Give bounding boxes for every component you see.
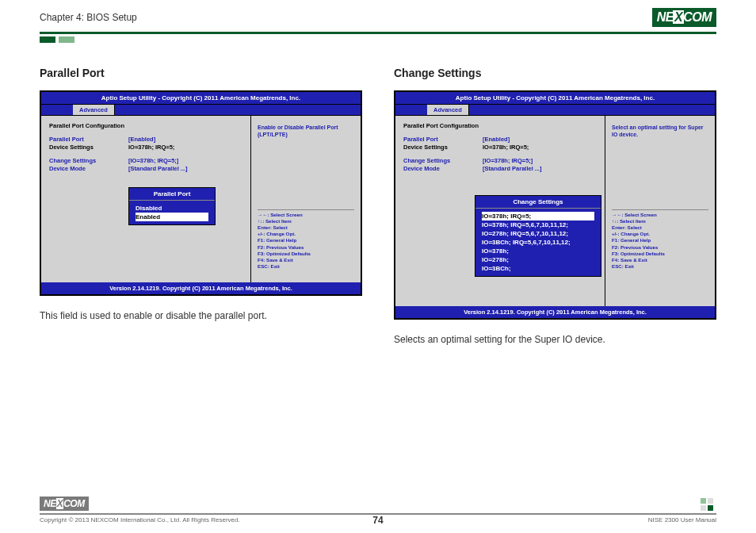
nav-hint: →←: Select Screen bbox=[258, 212, 354, 218]
bios-body: Parallel Port Configuration Parallel Por… bbox=[41, 115, 361, 282]
setting-label: Parallel Port bbox=[403, 136, 483, 143]
tab-advanced[interactable]: Advanced bbox=[427, 105, 469, 115]
left-column: Parallel Port Aptio Setup Utility - Copy… bbox=[40, 67, 362, 345]
setting-label: Device Mode bbox=[49, 165, 128, 172]
popup-option[interactable]: Disabled bbox=[136, 204, 208, 213]
rows-group-1: Parallel Port[Enabled]Device SettingsIO=… bbox=[403, 136, 597, 151]
help-text: Select an optimal setting for Super IO d… bbox=[612, 124, 708, 138]
nav-hint: +/-: Change Opt. bbox=[258, 231, 354, 237]
page-header: Chapter 4: BIOS Setup NEXCOM bbox=[0, 0, 756, 32]
setting-row[interactable]: Change Settings[IO=378h; IRQ=5;] bbox=[403, 157, 597, 164]
popup-option[interactable]: IO=3BCh; IRQ=5,6,7,10,11,12; bbox=[482, 238, 594, 247]
section-title-left: Parallel Port bbox=[40, 67, 362, 79]
bios-titlebar: Aptio Setup Utility - Copyright (C) 2011… bbox=[41, 92, 361, 104]
nav-hint: ESC: Exit bbox=[258, 263, 354, 270]
popup-option[interactable]: IO=378h; bbox=[482, 247, 594, 255]
nav-hint: ESC: Exit bbox=[612, 263, 708, 270]
bios-window-left: Aptio Setup Utility - Copyright (C) 2011… bbox=[40, 90, 362, 296]
setting-value: [Standard Parallel ...] bbox=[128, 165, 188, 172]
setting-row[interactable]: Parallel Port[Enabled] bbox=[403, 136, 597, 143]
rows-group-1: Parallel Port[Enabled]Device SettingsIO=… bbox=[49, 136, 242, 151]
setting-value: [Enabled] bbox=[128, 136, 155, 143]
setting-value: [Standard Parallel ...] bbox=[483, 165, 542, 172]
nexcom-logo: NEXCOM bbox=[652, 8, 716, 27]
nav-hint: +/-: Change Opt. bbox=[612, 231, 708, 237]
bios-help-pane: Select an optimal setting for Super IO d… bbox=[605, 116, 715, 306]
popup-change-settings[interactable]: Change Settings IO=378h; IRQ=5;IO=378h; … bbox=[475, 195, 601, 277]
nav-help: →←: Select Screen↑↓: Select ItemEnter: S… bbox=[612, 209, 708, 270]
setting-label: Parallel Port bbox=[49, 136, 128, 143]
page-number: 74 bbox=[372, 515, 383, 526]
bios-settings-pane: Parallel Port Configuration Parallel Por… bbox=[395, 116, 605, 306]
nav-hint: F1: General Help bbox=[258, 237, 354, 243]
popup-title: Change Settings bbox=[475, 196, 601, 209]
popup-option[interactable]: IO=3BCh; bbox=[482, 264, 594, 273]
bios-tabs: Advanced bbox=[395, 104, 715, 115]
setting-row[interactable]: Change Settings[IO=378h; IRQ=5;] bbox=[49, 157, 242, 164]
bios-body: Parallel Port Configuration Parallel Por… bbox=[395, 115, 715, 306]
popup-option[interactable]: IO=278h; IRQ=5,6,7,10,11,12; bbox=[482, 229, 594, 238]
setting-row[interactable]: Device Mode[Standard Parallel ...] bbox=[403, 165, 597, 172]
footer-logo: NEXCOM bbox=[40, 497, 89, 511]
setting-value: [IO=378h; IRQ=5;] bbox=[483, 157, 533, 164]
header-rule bbox=[40, 32, 716, 34]
bios-settings-pane: Parallel Port Configuration Parallel Por… bbox=[41, 116, 250, 282]
nav-hint: F4: Save & Exit bbox=[612, 257, 708, 263]
setting-row[interactable]: Device SettingsIO=378h; IRQ=5; bbox=[403, 144, 597, 151]
tab-advanced[interactable]: Advanced bbox=[73, 105, 115, 115]
bios-footer: Version 2.14.1219. Copyright (C) 2011 Am… bbox=[395, 306, 715, 318]
help-text: Enable or Disable Parallel Port (LPT/LPT… bbox=[258, 124, 354, 138]
setting-value: [Enabled] bbox=[483, 136, 510, 143]
setting-label: Change Settings bbox=[49, 157, 128, 164]
popup-option[interactable]: IO=278h; bbox=[482, 255, 594, 264]
popup-options: IO=378h; IRQ=5;IO=378h; IRQ=5,6,7,10,11,… bbox=[475, 209, 601, 276]
caption-right: Selects an optimal setting for the Super… bbox=[394, 334, 716, 345]
nav-hint: ↑↓: Select Item bbox=[612, 218, 708, 224]
logo-text: NEXCOM bbox=[652, 8, 716, 27]
config-heading: Parallel Port Configuration bbox=[403, 122, 597, 129]
nav-hint: Enter: Select bbox=[258, 224, 354, 231]
nav-hint: F4: Save & Exit bbox=[258, 257, 354, 263]
nav-hint: →←: Select Screen bbox=[612, 212, 708, 218]
main-content: Parallel Port Aptio Setup Utility - Copy… bbox=[0, 67, 756, 345]
popup-option[interactable]: IO=378h; IRQ=5; bbox=[482, 212, 594, 220]
caption-left: This field is used to enable or disable … bbox=[40, 310, 362, 321]
bios-window-right: Aptio Setup Utility - Copyright (C) 2011… bbox=[394, 90, 716, 320]
setting-label: Device Settings bbox=[403, 144, 483, 151]
popup-parallel-port[interactable]: Parallel Port DisabledEnabled bbox=[128, 187, 216, 225]
accent-squares bbox=[40, 36, 756, 43]
decorative-squares bbox=[701, 498, 716, 511]
nav-help: →←: Select Screen↑↓: Select ItemEnter: S… bbox=[258, 209, 354, 270]
rows-group-2: Change Settings[IO=378h; IRQ=5;]Device M… bbox=[49, 157, 242, 172]
nav-hint: F2: Previous Values bbox=[258, 244, 354, 251]
nav-hint: Enter: Select bbox=[612, 224, 708, 231]
setting-row[interactable]: Device Mode[Standard Parallel ...] bbox=[49, 165, 242, 172]
nav-hint: F3: Optimized Defaults bbox=[612, 251, 708, 257]
chapter-title: Chapter 4: BIOS Setup bbox=[40, 12, 137, 23]
setting-label: Device Settings bbox=[49, 144, 128, 151]
setting-row[interactable]: Device SettingsIO=378h; IRQ=5; bbox=[49, 144, 242, 151]
popup-title: Parallel Port bbox=[129, 188, 215, 201]
footer-manual: NISE 2300 User Manual bbox=[648, 516, 716, 523]
popup-option[interactable]: Enabled bbox=[136, 213, 208, 221]
setting-row[interactable]: Parallel Port[Enabled] bbox=[49, 136, 242, 143]
setting-value: IO=378h; IRQ=5; bbox=[483, 144, 529, 151]
setting-label: Change Settings bbox=[403, 157, 483, 164]
footer-text: Copyright © 2013 NEXCOM International Co… bbox=[40, 516, 716, 523]
section-title-right: Change Settings bbox=[394, 67, 716, 79]
right-column: Change Settings Aptio Setup Utility - Co… bbox=[394, 67, 716, 345]
footer-copyright: Copyright © 2013 NEXCOM International Co… bbox=[40, 516, 240, 523]
bios-titlebar: Aptio Setup Utility - Copyright (C) 2011… bbox=[395, 92, 715, 104]
rows-group-2: Change Settings[IO=378h; IRQ=5;]Device M… bbox=[403, 157, 597, 172]
nav-hint: F3: Optimized Defaults bbox=[258, 251, 354, 257]
nav-hint: ↑↓: Select Item bbox=[258, 218, 354, 224]
bios-footer: Version 2.14.1219. Copyright (C) 2011 Am… bbox=[41, 282, 361, 294]
setting-value: [IO=378h; IRQ=5;] bbox=[128, 157, 178, 164]
setting-label: Device Mode bbox=[403, 165, 483, 172]
bios-help-pane: Enable or Disable Parallel Port (LPT/LPT… bbox=[250, 116, 361, 282]
popup-options: DisabledEnabled bbox=[129, 201, 215, 224]
popup-option[interactable]: IO=378h; IRQ=5,6,7,10,11,12; bbox=[482, 220, 594, 229]
bios-tabs: Advanced bbox=[41, 104, 361, 115]
nav-hint: F2: Previous Values bbox=[612, 244, 708, 251]
setting-value: IO=378h; IRQ=5; bbox=[128, 144, 174, 151]
